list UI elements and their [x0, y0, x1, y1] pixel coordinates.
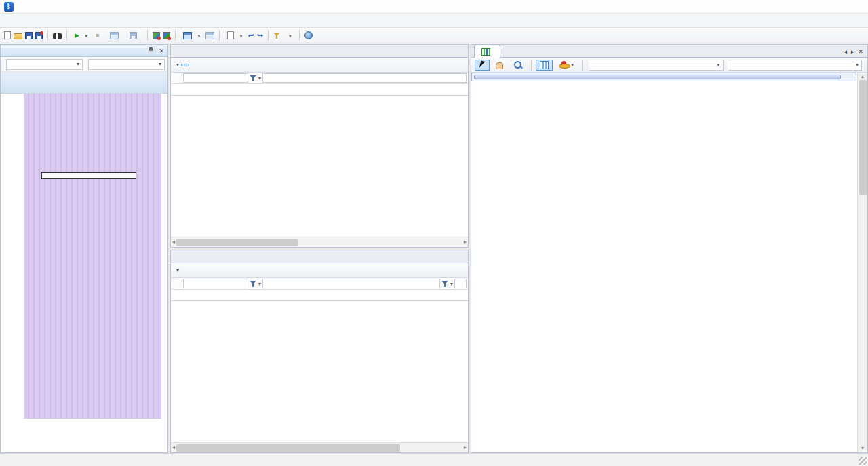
record-button[interactable]: ▶▾ [72, 31, 90, 39]
magnifier-icon [513, 60, 523, 70]
save-continue-icon [130, 32, 137, 39]
restart-button[interactable] [107, 31, 124, 40]
save-as-icon[interactable] [35, 32, 43, 39]
markers-icon [227, 31, 234, 39]
markers-button[interactable]: ▾ [224, 31, 245, 40]
hci-filter-row: ▾ ▾ [171, 278, 468, 290]
restart-icon [110, 32, 119, 39]
chart-legend [41, 172, 136, 179]
prev-marker-icon[interactable]: ↩ [248, 31, 254, 40]
find-icon[interactable] [53, 33, 62, 39]
filtering-button[interactable]: ▾ [283, 32, 294, 39]
chart-x-axis [24, 419, 161, 452]
instant-spectrum-panel: ◂▸✕ ▾ ▾ ▾ [471, 44, 868, 453]
new-file-icon[interactable] [4, 31, 11, 39]
channels-chart [1, 94, 167, 452]
hci-toolbar: ▾ [171, 263, 468, 278]
filter-funnel-icon[interactable] [250, 75, 257, 82]
spectrum-body: ▴▾ [471, 73, 867, 452]
packet-type-button[interactable]: ▾ [555, 60, 578, 70]
l2cap-hat-icon [559, 61, 569, 69]
bredr-table [171, 96, 468, 237]
origin-combo[interactable]: ▾ [589, 60, 724, 71]
instant-channels-header: ✕ [1, 45, 167, 57]
spectrum-vscrollbar[interactable]: ▴▾ [857, 73, 867, 452]
filter-funnel-icon[interactable] [250, 280, 257, 288]
all-layers-button[interactable] [181, 64, 189, 66]
all-layers-button[interactable] [181, 269, 189, 272]
hci-hscrollbar[interactable]: ◂▸ [171, 442, 468, 452]
bredr-table-header [171, 84, 468, 96]
tab-scroll-right-icon[interactable]: ▸ [851, 48, 854, 55]
range-controls: ▾ ▾ [1, 57, 167, 72]
zoom-tool-button[interactable] [509, 59, 527, 71]
goto-icon[interactable] [205, 32, 214, 39]
globe-icon[interactable] [304, 31, 313, 39]
bredr-overview-panel: ▾ ▾ ◂▸ [170, 44, 469, 248]
span-combo[interactable]: ▾ [728, 60, 863, 71]
bredr-hscrollbar[interactable]: ◂▸ [171, 237, 468, 247]
bredr-toolbar: ▾ [171, 58, 468, 73]
record-config-icon[interactable] [163, 32, 170, 39]
save-continue-button[interactable] [127, 31, 142, 40]
zoom-bar-thumb[interactable] [474, 75, 841, 79]
hci-table-header [171, 290, 468, 301]
menu-bar [0, 14, 868, 28]
columns-icon [540, 61, 549, 69]
spectrum-icon [481, 48, 490, 56]
stop-button[interactable]: ■ [93, 31, 104, 39]
open-file-icon[interactable] [14, 33, 22, 39]
status-bar [0, 453, 868, 466]
type-filter-input[interactable] [183, 279, 248, 288]
hand-icon [496, 62, 503, 69]
item-filter-input[interactable] [262, 279, 440, 288]
hci-overview-panel: ▾ ▾ ▾ ◂▸ [170, 250, 469, 453]
app-window: ᛒ ▶▾ ■ ▾ ▾ ↩ ↪ ▾ [0, 0, 868, 466]
resize-grip[interactable] [859, 457, 867, 465]
type-filter-input[interactable] [183, 73, 248, 83]
hci-table [171, 301, 468, 442]
pin-icon[interactable] [149, 47, 154, 55]
tab-scroll-left-icon[interactable]: ◂ [844, 48, 847, 55]
close-tab-icon[interactable]: ✕ [858, 48, 863, 55]
cursor-icon [479, 61, 486, 69]
spectrum-toolbar: ▾ ▾ ▾ [471, 58, 867, 73]
begin-combo[interactable]: ▾ [6, 59, 83, 70]
main-toolbar: ▶▾ ■ ▾ ▾ ↩ ↪ ▾ [0, 28, 868, 43]
navigate-icon [183, 32, 192, 39]
select-tool-button[interactable] [475, 60, 490, 71]
record-settings-icon[interactable] [153, 32, 160, 39]
end-combo[interactable]: ▾ [88, 59, 165, 70]
next-marker-icon[interactable]: ↪ [257, 31, 263, 40]
extra-filter-input[interactable] [454, 279, 467, 288]
title-bar: ᛒ [0, 0, 868, 14]
tab-instant-spectrum[interactable] [474, 45, 500, 58]
instant-channels-panel: ✕ ▾ ▾ [0, 44, 168, 453]
close-panel-icon[interactable]: ✕ [159, 47, 164, 54]
filter-funnel-icon[interactable] [441, 280, 449, 288]
filtering-icon[interactable] [273, 32, 281, 39]
pan-tool-button[interactable] [492, 60, 507, 71]
save-icon[interactable] [25, 32, 33, 39]
columns-view-button[interactable] [536, 60, 553, 71]
bluetooth-app-icon: ᛒ [4, 2, 14, 12]
overview-strip[interactable] [1, 72, 167, 94]
item-filter-input[interactable] [262, 73, 467, 83]
navigate-button[interactable]: ▾ [180, 31, 203, 40]
bredr-filter-row: ▾ [171, 73, 468, 84]
zoom-bar[interactable] [471, 73, 856, 81]
